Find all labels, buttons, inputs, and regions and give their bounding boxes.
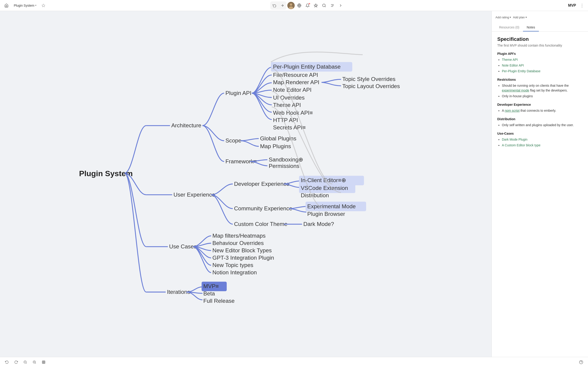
add-plan-label: Add plan: [513, 16, 525, 19]
dev-exp-text-b: that connects to emberly.: [520, 109, 556, 112]
list-item: Only in-house plugins: [502, 94, 582, 99]
topic-style-node: Topic Style Overrides: [342, 76, 395, 82]
developer-exp-node: Developer Experience: [234, 181, 289, 187]
section-restrictions: Restrictions: [497, 78, 582, 81]
svg-line-8: [325, 6, 326, 7]
avatar[interactable]: [287, 2, 295, 9]
ui-overrides-node: UI Overrides: [273, 94, 305, 101]
note-editor-api-link[interactable]: Note Editor API: [502, 64, 524, 67]
plugin-api-node: Plugin API: [225, 90, 251, 96]
theme-api-link[interactable]: Theme API: [502, 58, 518, 61]
redo-button[interactable]: [13, 359, 19, 365]
experimental-mode-link[interactable]: experimental mode: [502, 89, 529, 92]
dark-mode-plugin-link[interactable]: Dark Mode Plugin: [502, 138, 527, 141]
main-toolbar: Plugin System ▾: [0, 0, 588, 11]
fit-button[interactable]: [40, 359, 47, 365]
list-item: A Custom Editor block type: [502, 143, 582, 148]
map-filters-node: Map filters/Heatmaps: [212, 233, 266, 239]
map-plugins-node: Map Plugins: [260, 143, 291, 149]
search-icon-btn[interactable]: [320, 2, 328, 9]
help-button[interactable]: [578, 359, 584, 365]
section-dev-exp: Developer Experience: [497, 103, 582, 106]
bottom-toolbar: [0, 357, 588, 367]
svg-point-4: [289, 6, 293, 9]
behaviour-overrides-node: Behaviour Overrides: [212, 240, 264, 246]
per-plugin-db-link[interactable]: Per-Plugin Entity Database: [502, 69, 540, 73]
zoom-out-button[interactable]: [22, 359, 28, 365]
theme-api-node: Theme API: [273, 102, 301, 108]
restriction-text-1: Should be running only on clients that h…: [502, 84, 569, 87]
breadcrumb[interactable]: Plugin System ▾: [12, 3, 38, 8]
list-item: Dark Mode Plugin: [502, 137, 582, 142]
plugin-browser-node: Plugin Browser: [307, 211, 345, 217]
favorite-button[interactable]: [40, 2, 47, 9]
breadcrumb-label: Plugin System: [14, 4, 34, 7]
section-distribution: Distribution: [497, 117, 582, 121]
secrets-api-node: Secrets API≡: [273, 124, 306, 131]
sparkle-icon-btn[interactable]: [312, 2, 320, 9]
per-plugin-db-node: Per-Plugin Entity Database: [273, 64, 341, 70]
notion-integration-node: Notion Integration: [212, 269, 257, 275]
notification-icon-btn[interactable]: !: [304, 2, 311, 9]
breadcrumb-chevron: ▾: [35, 4, 36, 7]
new-editor-blocks-node: New Editor Block Types: [212, 247, 272, 253]
mvp-node: MVP≡: [203, 283, 219, 289]
section-use-cases: Use-Cases: [497, 132, 582, 135]
restriction-text-1b: flag set by the developers.: [530, 89, 568, 92]
panel-actions: Add rating ▾ Add plan ▾: [495, 14, 584, 22]
add-rating-button[interactable]: Add rating ▾: [495, 16, 511, 19]
panel-content: Specification The first MVP should conta…: [492, 32, 588, 357]
spec-title: Specification: [497, 36, 582, 42]
home-button[interactable]: [3, 2, 10, 9]
list-item: Should be running only on clients that h…: [502, 83, 582, 93]
add-plan-button[interactable]: Add plan ▾: [513, 16, 527, 19]
svg-point-7: [323, 4, 326, 7]
globe-icon-btn[interactable]: [296, 2, 303, 9]
center-toolbar: !: [270, 1, 344, 10]
permissions-node: Permissions: [269, 163, 299, 169]
list-item: Only self written and plugins uploaded b…: [502, 123, 582, 127]
svg-marker-0: [42, 4, 45, 7]
npm-script-link[interactable]: npm script: [505, 109, 519, 112]
arrow-icon-btn[interactable]: [279, 2, 286, 9]
refresh-icon-btn[interactable]: [271, 2, 278, 9]
section-plugin-apis: Plugin API's: [497, 52, 582, 56]
svg-line-21: [35, 363, 36, 364]
svg-point-3: [290, 3, 292, 6]
custom-editor-block-link[interactable]: A Custom Editor block type: [502, 143, 540, 147]
svg-rect-24: [42, 361, 45, 364]
restrictions-list: Should be running only on clients that h…: [497, 83, 582, 99]
settings-icon-btn[interactable]: [329, 2, 336, 9]
next-icon-btn[interactable]: [337, 2, 344, 9]
community-exp-node: Community Experience: [234, 205, 292, 211]
plugin-apis-list: Theme API Note Editor API Per-Plugin Ent…: [497, 57, 582, 74]
list-item: Theme API: [502, 57, 582, 62]
architecture-node: Architecture: [171, 122, 201, 128]
custom-color-node: Custom Color Theme: [234, 221, 287, 227]
panel-header: Add rating ▾ Add plan ▾ Resources (0) No…: [492, 11, 588, 32]
plan-chevron: ▾: [526, 16, 527, 19]
beta-node: Beta: [203, 290, 215, 297]
gpt3-plugin-node: GPT-3 Integration Plugin: [212, 255, 274, 261]
topic-layout-node: Topic Layout Overrides: [342, 83, 400, 89]
list-item: Note Editor API: [502, 63, 582, 68]
use-cases-node: Use Cases: [169, 243, 197, 250]
distribution-text: Only self written and plugins uploaded b…: [502, 123, 574, 127]
page-title: MVP: [568, 3, 576, 8]
tab-notes[interactable]: Notes: [523, 24, 539, 31]
view-toggle-group: [270, 1, 286, 10]
undo-button[interactable]: [4, 359, 10, 365]
restriction-text-2: Only in-house plugins: [502, 94, 533, 98]
zoom-in-button[interactable]: [31, 359, 38, 365]
map-renderer-api-node: Map Renderer API: [273, 79, 320, 85]
user-experience-node: User Experience: [173, 192, 215, 198]
main-content: .branch { fill: none; stroke: #6b7fd7; s…: [0, 11, 588, 357]
use-cases-list: Dark Mode Plugin A Custom Editor block t…: [497, 137, 582, 148]
mindmap-area[interactable]: .branch { fill: none; stroke: #6b7fd7; s…: [0, 11, 492, 357]
panel-tabs: Resources (0) Notes: [495, 24, 584, 31]
add-rating-label: Add rating: [495, 16, 509, 19]
tab-resources[interactable]: Resources (0): [495, 24, 523, 31]
svg-line-18: [26, 363, 27, 364]
more-options-button[interactable]: ⋮: [579, 2, 585, 9]
new-topic-types-node: New Topic types: [212, 262, 253, 268]
